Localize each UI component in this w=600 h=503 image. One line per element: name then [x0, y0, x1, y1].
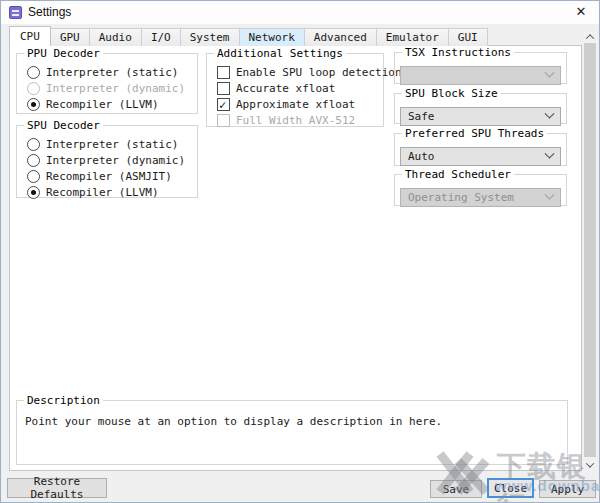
radio-spu-interpreter-static[interactable]: Interpreter (static)	[27, 138, 197, 151]
thread-scheduler-combobox: Operating System	[400, 188, 561, 207]
apply-button[interactable]: Apply	[539, 480, 596, 498]
scroll-up-icon[interactable]	[583, 31, 597, 43]
settings-app-icon	[9, 6, 22, 19]
radio-selected-icon	[27, 186, 40, 199]
scrollbar-thumb[interactable]	[584, 43, 596, 457]
radio-icon	[27, 138, 40, 151]
thread-scheduler-value: Operating System	[408, 191, 514, 204]
checkbox-icon	[217, 114, 230, 127]
ppu-decoder-group: PPU Decoder Interpreter (static) Interpr…	[16, 53, 198, 114]
radio-spu-recompiler-llvm[interactable]: Recompiler (LLVM)	[27, 186, 197, 199]
titlebar: Settings ✕	[1, 1, 599, 24]
checkbox-icon	[217, 66, 230, 79]
save-button[interactable]: Save	[430, 480, 482, 498]
thread-scheduler-group: Thread Scheduler Operating System	[394, 174, 567, 206]
thread-scheduler-group-title: Thread Scheduler	[402, 168, 514, 181]
additional-settings-group-title: Additional Settings	[214, 47, 346, 60]
tab-network[interactable]: Network	[239, 28, 305, 46]
window-title: Settings	[28, 5, 71, 19]
tab-system[interactable]: System	[180, 28, 240, 46]
spu-decoder-group-title: SPU Decoder	[24, 119, 103, 132]
checkbox-checked-icon	[217, 98, 230, 111]
radio-icon	[27, 170, 40, 183]
tab-advanced[interactable]: Advanced	[304, 28, 377, 46]
tsx-instructions-group: TSX Instructions	[394, 52, 567, 84]
tsx-instructions-combobox	[400, 66, 561, 85]
spu-block-size-group: SPU Block Size Safe	[394, 93, 567, 124]
vertical-scrollbar[interactable]	[583, 31, 597, 471]
radio-selected-icon	[27, 98, 40, 111]
tab-cpu[interactable]: CPU	[9, 26, 51, 46]
chevron-down-icon	[545, 149, 555, 159]
additional-settings-group: Additional Settings Enable SPU loop dete…	[206, 53, 384, 127]
radio-spu-recompiler-asmjit[interactable]: Recompiler (ASMJIT)	[27, 170, 197, 183]
description-group-title: Description	[24, 394, 103, 407]
chevron-down-icon	[545, 109, 555, 119]
preferred-spu-threads-group: Preferred SPU Threads Auto	[394, 133, 567, 166]
chevron-down-icon	[545, 190, 555, 200]
close-icon[interactable]: ✕	[563, 1, 599, 24]
radio-ppu-interpreter-dynamic: Interpreter (dynamic)	[27, 82, 197, 95]
chevron-down-icon	[545, 68, 555, 78]
tab-audio[interactable]: Audio	[89, 28, 142, 46]
radio-icon	[27, 154, 40, 167]
ppu-decoder-group-title: PPU Decoder	[24, 47, 103, 60]
spu-decoder-group: SPU Decoder Interpreter (static) Interpr…	[16, 125, 198, 198]
checkbox-accurate-xfloat[interactable]: Accurate xfloat	[217, 82, 383, 95]
radio-ppu-recompiler-llvm[interactable]: Recompiler (LLVM)	[27, 98, 197, 111]
preferred-spu-threads-combobox[interactable]: Auto	[400, 147, 561, 166]
radio-spu-interpreter-dynamic[interactable]: Interpreter (dynamic)	[27, 154, 197, 167]
tab-gpu[interactable]: GPU	[50, 28, 90, 46]
checkbox-full-width-avx512: Full Width AVX-512	[217, 114, 383, 127]
preferred-spu-threads-value: Auto	[408, 150, 435, 163]
cpu-tab-pane: PPU Decoder Interpreter (static) Interpr…	[9, 45, 582, 471]
tab-gui[interactable]: GUI	[448, 28, 488, 46]
radio-icon	[27, 82, 40, 95]
spu-block-size-group-title: SPU Block Size	[402, 87, 501, 100]
checkbox-approximate-xfloat[interactable]: Approximate xfloat	[217, 98, 383, 111]
radio-icon	[27, 66, 40, 79]
radio-ppu-interpreter-static[interactable]: Interpreter (static)	[27, 66, 197, 79]
checkbox-enable-spu-loop-detection[interactable]: Enable SPU loop detection	[217, 66, 383, 79]
preferred-spu-threads-group-title: Preferred SPU Threads	[402, 127, 547, 140]
settings-window: Settings ✕ CPU GPU Audio I/O System Netw…	[0, 0, 600, 503]
scroll-down-icon[interactable]	[583, 459, 597, 471]
restore-defaults-button[interactable]: Restore Defaults	[7, 478, 107, 498]
checkbox-icon	[217, 82, 230, 95]
tsx-instructions-group-title: TSX Instructions	[402, 46, 514, 59]
tab-io[interactable]: I/O	[141, 28, 181, 46]
tab-bar: CPU GPU Audio I/O System Network Advance…	[9, 26, 487, 46]
spu-block-size-combobox[interactable]: Safe	[400, 107, 561, 126]
close-button[interactable]: Close	[487, 478, 534, 498]
description-group: Description Point your mouse at an optio…	[16, 400, 568, 465]
spu-block-size-value: Safe	[408, 110, 435, 123]
tab-emulator[interactable]: Emulator	[376, 28, 449, 46]
